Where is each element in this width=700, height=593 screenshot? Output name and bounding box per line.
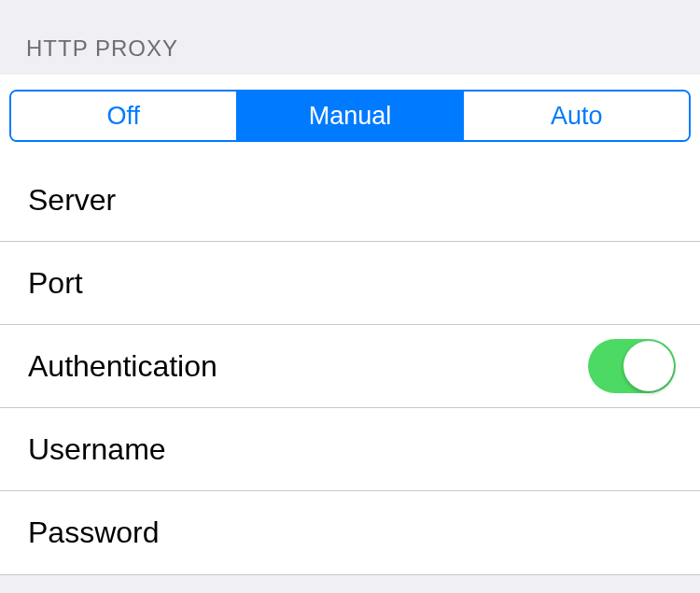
segment-manual[interactable]: Manual — [238, 92, 465, 140]
password-row[interactable]: Password — [0, 491, 700, 574]
authentication-label: Authentication — [28, 349, 217, 384]
proxy-settings-list: Server Port Authentication Username Pass… — [0, 159, 700, 574]
segmented-control-wrap: Off Manual Auto — [0, 75, 700, 159]
footer-gap — [0, 574, 700, 593]
authentication-toggle[interactable] — [588, 339, 676, 393]
segment-auto[interactable]: Auto — [464, 92, 689, 140]
port-label: Port — [28, 266, 83, 301]
server-label: Server — [28, 183, 116, 218]
server-row[interactable]: Server — [0, 159, 700, 242]
authentication-row: Authentication — [0, 325, 700, 408]
username-row[interactable]: Username — [0, 408, 700, 491]
segment-off[interactable]: Off — [11, 92, 238, 140]
password-label: Password — [28, 515, 160, 550]
username-label: Username — [28, 432, 166, 467]
toggle-knob — [623, 341, 674, 391]
port-row[interactable]: Port — [0, 242, 700, 325]
proxy-mode-segmented-control: Off Manual Auto — [9, 90, 691, 142]
section-header-http-proxy: HTTP PROXY — [0, 0, 700, 75]
